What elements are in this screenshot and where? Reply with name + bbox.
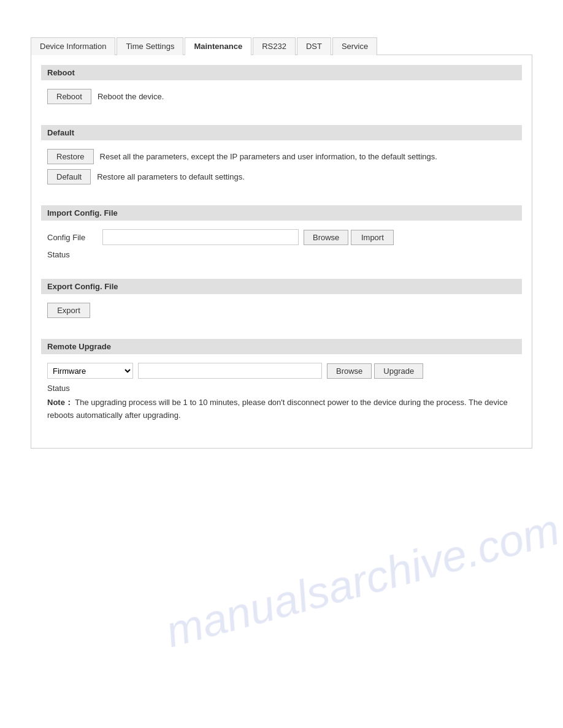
default-button[interactable]: Default	[47, 169, 91, 184]
export-config-section-header: Export Config. File	[41, 279, 522, 294]
import-button[interactable]: Import	[351, 230, 394, 245]
reboot-description: Reboot the device.	[98, 92, 164, 101]
restore-row: Restore Reset all the parameters, except…	[47, 149, 516, 164]
export-button[interactable]: Export	[47, 303, 90, 318]
firmware-select[interactable]: Firmware	[47, 363, 133, 379]
import-status-row: Status	[47, 250, 516, 259]
note-label: Note：	[47, 398, 73, 407]
upgrade-browse-button[interactable]: Browse	[327, 363, 372, 379]
upgrade-button[interactable]: Upgrade	[374, 363, 423, 379]
note-text: The upgrading process will be 1 to 10 mi…	[47, 398, 508, 420]
reboot-section-header: Reboot	[41, 65, 522, 80]
restore-description: Reset all the parameters, except the IP …	[100, 152, 437, 161]
tab-time-settings[interactable]: Time Settings	[117, 37, 183, 55]
config-file-input[interactable]	[102, 229, 299, 245]
remote-upgrade-section-header: Remote Upgrade	[41, 339, 522, 354]
reboot-section-body: Reboot Reboot the device.	[41, 86, 522, 115]
config-file-label: Config File	[47, 233, 102, 242]
main-panel: Reboot Reboot Reboot the device. Default…	[31, 55, 532, 449]
export-config-section: Export Config. File Export	[41, 279, 522, 329]
upgrade-file-row: Firmware Browse Upgrade	[47, 363, 516, 379]
import-config-section-header: Import Config. File	[41, 205, 522, 221]
default-row: Default Restore all parameters to defaul…	[47, 169, 516, 184]
upgrade-note: Note： The upgrading process will be 1 to…	[47, 396, 516, 422]
default-description: Restore all parameters to default settin…	[97, 172, 245, 181]
tab-bar: Device Information Time Settings Mainten…	[31, 37, 532, 55]
reboot-button[interactable]: Reboot	[47, 89, 91, 104]
restore-button[interactable]: Restore	[47, 149, 94, 164]
upgrade-status-row: Status	[47, 384, 516, 393]
tab-service[interactable]: Service	[332, 37, 377, 55]
upgrade-status-label: Status	[47, 384, 102, 393]
tab-device-information[interactable]: Device Information	[31, 37, 115, 55]
tab-rs232[interactable]: RS232	[253, 37, 296, 55]
import-config-section: Import Config. File Config File Browse I…	[41, 205, 522, 269]
remote-upgrade-section-body: Firmware Browse Upgrade Status Note： The…	[41, 360, 522, 428]
config-file-row: Config File Browse Import	[47, 229, 516, 245]
import-config-section-body: Config File Browse Import Status	[41, 227, 522, 269]
export-row: Export	[47, 303, 516, 318]
tab-maintenance[interactable]: Maintenance	[185, 37, 251, 55]
default-section-header: Default	[41, 125, 522, 140]
upgrade-file-input[interactable]	[138, 363, 322, 379]
import-status-label: Status	[47, 250, 102, 259]
import-browse-button[interactable]: Browse	[304, 230, 348, 245]
default-section: Default Restore Reset all the parameters…	[41, 125, 522, 195]
remote-upgrade-section: Remote Upgrade Firmware Browse Upgrade S…	[41, 339, 522, 428]
export-config-section-body: Export	[41, 300, 522, 329]
reboot-section: Reboot Reboot Reboot the device.	[41, 65, 522, 115]
tab-dst[interactable]: DST	[297, 37, 331, 55]
default-section-body: Restore Reset all the parameters, except…	[41, 146, 522, 195]
reboot-row: Reboot Reboot the device.	[47, 89, 516, 104]
